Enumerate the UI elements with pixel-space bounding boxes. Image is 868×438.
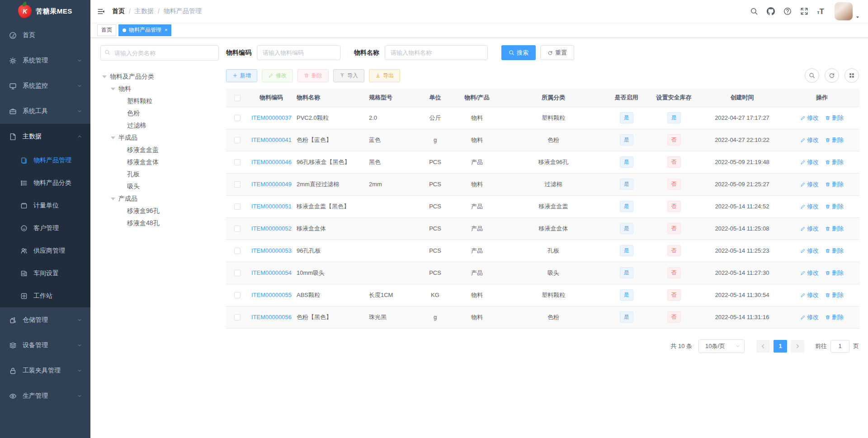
sidebar-subitem-1[interactable]: 物料产品分类	[0, 172, 90, 194]
app-logo[interactable]: K 苦糖果MES	[0, 0, 90, 23]
row-delete-link[interactable]: 删除	[825, 136, 844, 144]
refresh-button[interactable]	[825, 68, 839, 83]
sidebar-item-6[interactable]: 设备管理	[0, 333, 90, 358]
sidebar-item-8[interactable]: 生产管理	[0, 383, 90, 409]
item-code-link[interactable]: ITEM00000046	[251, 159, 292, 165]
row-edit-link[interactable]: 修改	[800, 180, 819, 188]
tree-node-10[interactable]: 产成品	[100, 193, 219, 205]
delete-button[interactable]: 删除	[297, 69, 329, 82]
edit-button[interactable]: 修改	[262, 69, 293, 82]
tree-node-3[interactable]: 色粉	[100, 107, 219, 119]
filter-input-1[interactable]	[385, 45, 488, 60]
breadcrumb-home[interactable]: 首页	[112, 7, 125, 15]
row-delete-link[interactable]: 删除	[825, 114, 844, 122]
tab-0[interactable]: 首页	[97, 24, 116, 36]
current-page-button[interactable]: 1	[774, 340, 787, 353]
navbar-github-icon[interactable]	[767, 7, 775, 15]
tree-node-4[interactable]: 过滤棉	[100, 119, 219, 132]
sidebar-item-4[interactable]: 主数据	[0, 124, 90, 149]
add-button[interactable]: 新增	[226, 69, 257, 82]
navbar-search-icon[interactable]	[750, 7, 758, 15]
row-checkbox[interactable]	[234, 314, 241, 320]
row-edit-link[interactable]: 修改	[800, 136, 819, 144]
tree-node-5[interactable]: 半成品	[100, 132, 219, 144]
sidebar-subitem-4[interactable]: 供应商管理	[0, 240, 90, 262]
sidebar-toggle-icon[interactable]	[97, 8, 105, 15]
navbar-font-size-icon[interactable]: тT	[817, 8, 824, 15]
sidebar-item-3[interactable]: 系统工具	[0, 99, 90, 124]
row-checkbox[interactable]	[234, 270, 241, 276]
sidebar-item-7[interactable]: 工装夹具管理	[0, 358, 90, 383]
tree-node-11[interactable]: 移液盒96孔	[100, 205, 219, 217]
row-edit-link[interactable]: 修改	[800, 269, 819, 277]
page-size-select[interactable]: 10条/页	[698, 339, 745, 353]
sidebar-subitem-2[interactable]: 计量单位	[0, 194, 90, 217]
navbar-fullscreen-icon[interactable]	[800, 7, 808, 15]
row-checkbox[interactable]	[234, 248, 241, 254]
close-icon[interactable]: ×	[165, 28, 167, 33]
row-checkbox[interactable]	[234, 181, 241, 188]
item-code-link[interactable]: ITEM00000055	[251, 292, 292, 298]
sidebar-item-1[interactable]: 系统管理	[0, 48, 90, 73]
next-page-button[interactable]	[791, 340, 804, 353]
import-button[interactable]: 导入	[333, 69, 364, 82]
category-search-input[interactable]	[100, 45, 219, 61]
item-code-link[interactable]: ITEM00000051	[251, 203, 292, 210]
select-all-checkbox[interactable]	[234, 95, 241, 101]
tree-node-8[interactable]: 孔板	[100, 168, 219, 180]
tab-1[interactable]: 物料产品管理×	[118, 24, 171, 36]
breadcrumb-masterdata[interactable]: 主数据	[135, 7, 154, 15]
prev-page-button[interactable]	[756, 340, 770, 353]
sidebar-subitem-6[interactable]: 工作站	[0, 285, 90, 307]
sidebar-item-5[interactable]: 仓储管理	[0, 307, 90, 333]
row-checkbox[interactable]	[234, 203, 241, 210]
tree-node-2[interactable]: 塑料颗粒	[100, 95, 219, 107]
reset-button[interactable]: 重置	[540, 45, 574, 60]
search-button[interactable]: 搜索	[501, 45, 536, 60]
toggle-search-button[interactable]	[805, 68, 819, 83]
sidebar-subitem-3[interactable]: 客户管理	[0, 217, 90, 240]
navbar-help-icon[interactable]	[783, 7, 792, 15]
tree-node-1[interactable]: 物料	[100, 83, 219, 95]
sidebar-subitem-0[interactable]: 物料产品管理	[0, 149, 90, 172]
goto-page-input[interactable]	[830, 340, 849, 353]
row-delete-link[interactable]: 删除	[825, 180, 844, 188]
item-code-link[interactable]: ITEM00000041	[251, 137, 292, 143]
filter-input-0[interactable]	[257, 45, 340, 60]
row-delete-link[interactable]: 删除	[825, 269, 844, 277]
row-delete-link[interactable]: 删除	[825, 225, 844, 233]
row-checkbox[interactable]	[234, 292, 241, 298]
row-edit-link[interactable]: 修改	[800, 158, 819, 166]
row-delete-link[interactable]: 删除	[825, 313, 844, 321]
row-checkbox[interactable]	[234, 115, 241, 121]
row-edit-link[interactable]: 修改	[800, 203, 819, 211]
row-delete-link[interactable]: 删除	[825, 203, 844, 211]
item-code-link[interactable]: ITEM00000053	[251, 247, 292, 254]
item-code-link[interactable]: ITEM00000037	[251, 114, 292, 121]
row-checkbox[interactable]	[234, 226, 241, 232]
sidebar-subitem-5[interactable]: 车间设置	[0, 262, 90, 285]
row-edit-link[interactable]: 修改	[800, 247, 819, 255]
row-checkbox[interactable]	[234, 159, 241, 165]
row-checkbox[interactable]	[234, 137, 241, 143]
row-delete-link[interactable]: 删除	[825, 158, 844, 166]
row-delete-link[interactable]: 删除	[825, 247, 844, 255]
row-delete-link[interactable]: 删除	[825, 291, 844, 299]
tree-node-6[interactable]: 移液盒盒盖	[100, 144, 219, 156]
columns-button[interactable]	[844, 68, 859, 83]
avatar[interactable]	[835, 2, 853, 20]
sidebar-item-2[interactable]: 系统监控	[0, 73, 90, 99]
tree-node-9[interactable]: 吸头	[100, 180, 219, 193]
item-code-link[interactable]: ITEM00000054	[251, 269, 292, 276]
row-edit-link[interactable]: 修改	[800, 114, 819, 122]
tree-node-7[interactable]: 移液盒盒体	[100, 156, 219, 168]
caret-down-icon[interactable]	[855, 15, 860, 20]
item-code-link[interactable]: ITEM00000056	[251, 314, 292, 320]
item-code-link[interactable]: ITEM00000052	[251, 225, 292, 232]
row-edit-link[interactable]: 修改	[800, 313, 819, 321]
export-button[interactable]: 导出	[369, 69, 400, 82]
sidebar-item-0[interactable]: 首页	[0, 23, 90, 48]
tree-node-12[interactable]: 移液盒48孔	[100, 217, 219, 229]
row-edit-link[interactable]: 修改	[800, 291, 819, 299]
tree-node-0[interactable]: 物料及产品分类	[100, 71, 219, 83]
